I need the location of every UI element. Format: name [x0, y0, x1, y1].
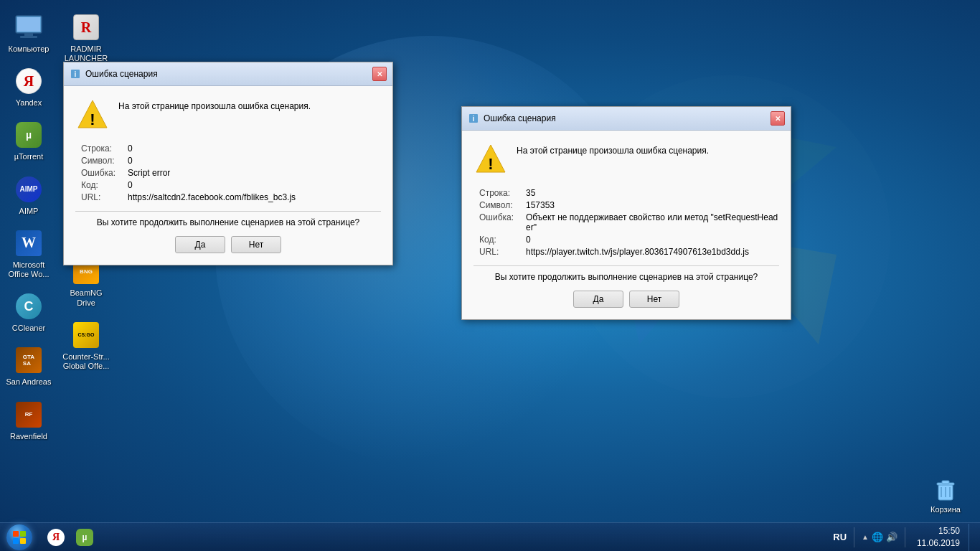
svg-text:!: ! — [90, 110, 95, 128]
dialog1-field-3: Код: 0 — [81, 180, 381, 190]
dialog1-field-2: Ошибка: Script error — [81, 168, 381, 178]
dialog2-field-2: Ошибка: Объект не поддерживает свойство … — [479, 212, 779, 232]
dialog1-field-3-value: 0 — [128, 180, 381, 190]
yandex-label: Yandex — [16, 98, 42, 108]
dialog1-field-1-label: Символ: — [81, 156, 128, 166]
dialog2-field-1-label: Символ: — [479, 200, 526, 210]
svg-text:i: i — [473, 115, 475, 123]
dialog1-fields: Строка: 0 Символ: 0 Ошибка: Script error… — [81, 143, 381, 202]
taskbar-show-desktop-button[interactable] — [969, 524, 974, 551]
dialog2-field-2-value: Объект не поддерживает свойство или мето… — [526, 212, 779, 232]
svg-rect-3 — [24, 33, 33, 36]
taskbar-utorrent-icon[interactable]: µ — [71, 524, 98, 551]
ccleaner-icon: C — [14, 292, 43, 321]
dialog2-question: Вы хотите продолжить выполнение сценарие… — [473, 272, 779, 282]
dialog1-title-icon: i — [70, 68, 81, 80]
taskbar-volume-icon[interactable]: 🔊 — [886, 532, 897, 542]
csgo-label: Counter-Str... Global Offe... — [62, 352, 110, 371]
dialog2-warning-icon: ! — [473, 142, 508, 176]
dialog2-field-4: URL: https://player.twitch.tv/js/player.… — [479, 247, 779, 257]
yandex-icon: Я — [14, 67, 43, 95]
desktop-icon-radmir[interactable]: RADMIR LAUNCHER — [59, 7, 113, 69]
aimp-icon: AIMP — [14, 175, 43, 204]
dialog1-field-1: Символ: 0 — [81, 156, 381, 166]
radmir-icon — [72, 13, 100, 42]
msoffice-label: Microsoft Office Wo... — [4, 260, 53, 279]
taskbar-yandex-icon[interactable]: Я — [42, 524, 70, 551]
utorrent-label: µTorrent — [14, 152, 44, 161]
taskbar-network-icon[interactable]: 🌐 — [872, 532, 883, 542]
dialog2-message: На этой странице произошла ошибка сценар… — [517, 142, 709, 157]
dialog1-field-2-value: Script error — [128, 168, 381, 178]
dialog2-field-3: Код: 0 — [479, 235, 779, 245]
taskbar-arrow-icon[interactable]: ▲ — [862, 533, 869, 541]
desktop-icon-san-andreas[interactable]: GTASA San Andreas — [1, 340, 56, 392]
svg-rect-2 — [17, 17, 40, 32]
desktop-icon-ccleaner[interactable]: C CCleaner — [1, 286, 56, 339]
svg-rect-20 — [20, 531, 26, 537]
dialog2-field-0-label: Строка: — [479, 188, 526, 198]
taskbar-right: RU ▲ 🌐 🔊 15:50 11.06.2019 — [827, 523, 980, 551]
ravenfield-label: Ravenfield — [10, 432, 47, 441]
recycle-bin-label: Корзина — [930, 505, 961, 514]
dialog2-title-icon: i — [468, 113, 479, 124]
svg-text:i: i — [75, 70, 77, 78]
dialog1-header: ! На этой странице произошла ошибка сцен… — [75, 98, 381, 132]
desktop-icon-yandex[interactable]: Я Yandex — [1, 61, 56, 113]
dialog1-field-0-label: Строка: — [81, 143, 128, 154]
recycle-bin[interactable]: Корзина — [918, 474, 973, 517]
dialog1-field-2-label: Ошибка: — [81, 168, 128, 178]
desktop-icon-ravenfield[interactable]: RF Ravenfield — [1, 395, 56, 447]
beamng-label: BeamNG Drive — [62, 288, 110, 307]
dialog2-close-button[interactable]: ✕ — [771, 111, 785, 126]
dialog1-field-1-value: 0 — [128, 156, 381, 166]
dialog2-fields: Строка: 35 Символ: 157353 Ошибка: Объект… — [479, 188, 779, 257]
taskbar-clock[interactable]: 15:50 11.06.2019 — [913, 525, 964, 550]
desktop-icon-csgo[interactable]: CS:GO Counter-Str... Global Offe... — [59, 315, 113, 377]
dialog1-title-text: Ошибка сценария — [85, 69, 368, 79]
taskbar-time: 15:50 — [938, 525, 960, 537]
svg-rect-22 — [20, 538, 26, 544]
dialog2-field-4-label: URL: — [479, 247, 526, 257]
dialog2-buttons: Да Нет — [473, 291, 779, 308]
dialog1-titlebar: i Ошибка сценария ✕ — [64, 62, 392, 86]
dialog1-close-button[interactable]: ✕ — [372, 67, 387, 81]
dialog1-divider — [75, 211, 381, 212]
dialog2-field-2-label: Ошибка: — [479, 212, 526, 232]
dialog2-field-3-value: 0 — [526, 235, 779, 245]
computer-icon — [14, 13, 43, 42]
desktop-icon-aimp[interactable]: AIMP AIMP — [1, 169, 56, 222]
dialog2: i Ошибка сценария ✕ ! На этой странице п… — [461, 106, 791, 320]
dialog2-field-3-label: Код: — [479, 235, 526, 245]
svg-rect-19 — [13, 531, 19, 537]
dialog1-field-4-value: https://saltcdn2.facebook.com/fblikes_bc… — [128, 192, 381, 202]
san-andreas-icon: GTASA — [14, 346, 43, 375]
taskbar-language[interactable]: RU — [833, 532, 847, 542]
dialog2-header: ! На этой странице произошла ошибка сцен… — [473, 142, 779, 176]
dialog1-question: Вы хотите продолжить выполнение сценарие… — [75, 217, 381, 227]
dialog1-yes-button[interactable]: Да — [175, 236, 225, 253]
dialog2-no-button[interactable]: Нет — [629, 291, 679, 308]
dialog1: i Ошибка сценария ✕ ! На этой странице п… — [63, 62, 393, 265]
aimp-label: AIMP — [19, 207, 39, 216]
computer-label: Компьютер — [9, 44, 50, 54]
dialog2-yes-button[interactable]: Да — [573, 291, 623, 308]
dialog2-divider — [473, 265, 779, 266]
dialog2-field-1: Символ: 157353 — [479, 200, 779, 210]
desktop-icon-msoffice[interactable]: W Microsoft Office Wo... — [1, 223, 56, 285]
desktop-icon-utorrent[interactable]: µ µTorrent — [1, 115, 56, 167]
ravenfield-icon: RF — [14, 400, 43, 429]
taskbar-running-apps: Я µ — [39, 523, 102, 551]
recycle-bin-icon — [933, 477, 958, 505]
ccleaner-label: CCleaner — [12, 324, 45, 333]
dialog1-no-button[interactable]: Нет — [231, 236, 281, 253]
desktop-icon-computer[interactable]: Компьютер — [1, 7, 56, 60]
dialog1-warning-icon: ! — [75, 98, 110, 132]
svg-rect-21 — [13, 538, 19, 544]
dialog2-field-0-value: 35 — [526, 188, 779, 198]
dialog1-field-4-label: URL: — [81, 192, 128, 202]
taskbar-separator-1 — [854, 527, 854, 547]
radmir-label: RADMIR LAUNCHER — [62, 44, 110, 63]
dialog1-field-0-value: 0 — [128, 143, 381, 154]
start-button[interactable] — [0, 523, 39, 552]
